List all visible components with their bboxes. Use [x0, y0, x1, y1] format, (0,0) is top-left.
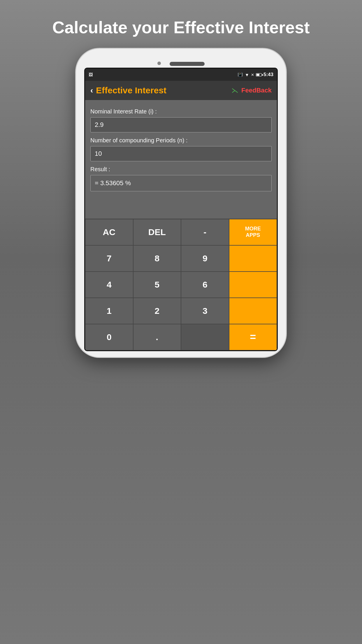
- key-empty: [181, 324, 229, 350]
- status-bar: 🖼 📳 ▼ ✕ 5:43: [85, 69, 277, 81]
- vibrate-icon: 📳: [238, 72, 243, 77]
- phone-screen: 🖼 📳 ▼ ✕ 5:43 ‹ Effective Interest: [84, 68, 278, 351]
- phone-notch: [84, 57, 278, 68]
- periods-input[interactable]: [90, 146, 272, 161]
- app-header: ‹ Effective Interest ⋋ FeedBack: [85, 81, 277, 100]
- key-8[interactable]: 8: [133, 245, 181, 272]
- phone-wrapper: 🖼 📳 ▼ ✕ 5:43 ‹ Effective Interest: [0, 49, 362, 644]
- key-4[interactable]: 4: [85, 272, 133, 298]
- key-orange-r3: [229, 272, 277, 298]
- key-7[interactable]: 7: [85, 245, 133, 272]
- image-icon: 🖼: [89, 72, 93, 77]
- key-ac[interactable]: AC: [85, 219, 133, 245]
- app-header-left: ‹ Effective Interest: [90, 85, 166, 95]
- key-0[interactable]: 0: [85, 324, 133, 350]
- signal-x-icon: ✕: [251, 73, 254, 77]
- key-5[interactable]: 5: [133, 272, 181, 298]
- app-title: Effective Interest: [96, 85, 166, 95]
- key-9[interactable]: 9: [181, 245, 229, 272]
- periods-label: Number of compounding Periods (n) :: [90, 137, 272, 144]
- nominal-rate-label: Nominal Interest Rate (i) :: [90, 108, 272, 115]
- key-1[interactable]: 1: [85, 298, 133, 324]
- key-dot[interactable]: .: [133, 324, 181, 350]
- app-header-right: ⋋ FeedBack: [231, 86, 272, 94]
- front-camera: [157, 62, 161, 65]
- battery-icon: [256, 73, 262, 76]
- status-left: 🖼: [89, 72, 93, 77]
- nominal-rate-input[interactable]: [90, 117, 272, 132]
- key-orange-r2: [229, 245, 277, 272]
- key-minus[interactable]: -: [181, 219, 229, 245]
- calc-content: Nominal Interest Rate (i) : Number of co…: [85, 100, 277, 198]
- share-icon[interactable]: ⋋: [231, 86, 238, 94]
- key-equals[interactable]: =: [229, 324, 277, 350]
- result-label: Result :: [90, 166, 272, 173]
- page-title-container: Calculate your Effective Interest: [29, 0, 333, 49]
- back-button[interactable]: ‹: [90, 86, 93, 95]
- result-display: = 3.53605 %: [90, 175, 272, 191]
- phone-frame: 🖼 📳 ▼ ✕ 5:43 ‹ Effective Interest: [76, 49, 286, 357]
- spacer: [85, 198, 277, 219]
- key-orange-r4: [229, 298, 277, 324]
- page-title: Calculate your Effective Interest: [29, 0, 333, 49]
- key-3[interactable]: 3: [181, 298, 229, 324]
- speaker: [170, 62, 205, 66]
- key-more-apps[interactable]: MOREAPPS: [229, 219, 277, 245]
- status-right: 📳 ▼ ✕ 5:43: [238, 72, 273, 78]
- key-6[interactable]: 6: [181, 272, 229, 298]
- wifi-icon: ▼: [245, 72, 249, 77]
- key-del[interactable]: DEL: [133, 219, 181, 245]
- status-time: 5:43: [263, 72, 273, 78]
- keypad: AC DEL - MOREAPPS 7 8 9 4 5 6 1 2 3: [85, 219, 277, 350]
- key-2[interactable]: 2: [133, 298, 181, 324]
- feedback-button[interactable]: FeedBack: [241, 87, 272, 94]
